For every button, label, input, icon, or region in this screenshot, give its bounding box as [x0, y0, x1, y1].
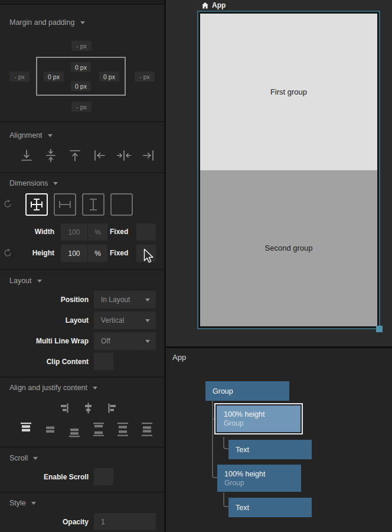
align-left-button[interactable]	[92, 148, 107, 163]
section-header-margin-padding[interactable]: Margin and padding	[9, 18, 85, 27]
dimension-mode-both-button[interactable]	[25, 193, 48, 216]
justify-space-between-button[interactable]	[93, 421, 104, 437]
chevron-down-icon	[48, 134, 53, 137]
canvas-first-group[interactable]: First group	[200, 14, 377, 170]
margin-left-button[interactable]: - px	[9, 72, 30, 82]
panel-top-divider	[0, 0, 164, 5]
align-center-horizontal-button[interactable]	[116, 148, 132, 163]
align-center-horizontal-icon	[116, 148, 132, 163]
width-input[interactable]: 100 %	[61, 223, 107, 241]
layers-panel-title: App	[172, 353, 186, 362]
align-middle-vertical-button[interactable]	[43, 148, 58, 163]
align-left-icon	[92, 148, 107, 163]
tree-node-title: 100% height	[224, 410, 300, 419]
padding-bottom-button[interactable]: 0 px	[71, 81, 91, 91]
tree-node-group[interactable]: Group	[205, 381, 289, 401]
opacity-label: Opacity	[0, 518, 89, 526]
tree-node-text[interactable]: Text	[228, 498, 312, 517]
chevron-down-icon	[80, 21, 85, 24]
tree-node-subtitle: Group	[224, 419, 300, 427]
justify-space-between-icon	[93, 421, 104, 437]
width-fixed-checkbox[interactable]	[136, 223, 156, 241]
align-content-right-button[interactable]	[58, 403, 70, 414]
tree-node-title: Text	[236, 446, 312, 454]
tree-node-subtitle: Group	[224, 479, 301, 487]
padding-right-button[interactable]: 0 px	[99, 72, 119, 82]
dimension-mode-width-button[interactable]	[54, 193, 76, 216]
tree-node-100-height-group[interactable]: 100% height Group	[217, 465, 301, 492]
canvas-second-group[interactable]: Second group	[200, 170, 377, 327]
opacity-value: 1	[101, 518, 105, 526]
align-content-left-button[interactable]	[107, 403, 118, 414]
resize-handle[interactable]	[376, 326, 383, 332]
wrap-value: Off	[101, 337, 110, 345]
tree-node-text[interactable]: Text	[228, 440, 312, 459]
width-value[interactable]: 100	[61, 223, 87, 241]
app-screen-frame[interactable]: First group Second group	[197, 11, 380, 329]
justify-center-button[interactable]	[44, 421, 56, 437]
dimension-mode-height-button[interactable]	[82, 193, 104, 216]
section-header-style[interactable]: Style	[9, 499, 36, 507]
justify-start-button[interactable]	[20, 421, 32, 437]
height-input[interactable]: 100 %	[61, 245, 107, 262]
opacity-input[interactable]: 1	[94, 513, 156, 530]
app-root: Margin and padding - px 0 px 0 px 0 px 0…	[0, 0, 392, 532]
first-group-label: First group	[270, 87, 307, 96]
height-unit[interactable]: %	[87, 245, 107, 262]
app-screen-content: First group Second group	[198, 12, 379, 328]
align-right-button[interactable]	[141, 148, 156, 163]
tree-connector	[223, 437, 228, 449]
tree-node-title: Group	[213, 387, 289, 395]
justify-end-button[interactable]	[68, 421, 80, 437]
enable-scroll-checkbox[interactable]	[94, 468, 113, 485]
align-right-icon	[141, 148, 156, 163]
section-divider	[0, 269, 164, 270]
section-header-layout[interactable]: Layout	[9, 277, 42, 285]
chevron-down-icon	[31, 502, 36, 505]
align-content-center-button[interactable]	[83, 403, 94, 414]
width-unit[interactable]: %	[87, 223, 107, 241]
align-content-right-icon	[58, 403, 70, 414]
margin-bottom-button[interactable]: - px	[71, 102, 92, 112]
section-title: Alignment	[9, 131, 43, 140]
justify-space-evenly-icon	[141, 421, 153, 437]
clip-content-label: Clip Content	[0, 358, 89, 366]
multi-line-wrap-dropdown[interactable]: Off	[94, 332, 156, 350]
padding-top-button[interactable]: 0 px	[71, 62, 91, 72]
section-header-scroll[interactable]: Scroll	[9, 454, 38, 462]
tree-node-100-height-group-selected[interactable]: 100% height Group	[214, 403, 303, 434]
canvas-area: App First group Second group	[166, 0, 392, 346]
section-title: Scroll	[9, 454, 28, 462]
tree-node-body: 100% height Group	[217, 406, 300, 432]
justify-space-around-button[interactable]	[117, 421, 129, 437]
screen-breadcrumb[interactable]: App	[201, 1, 226, 10]
margin-right-button[interactable]: - px	[135, 72, 155, 82]
justify-space-around-icon	[117, 421, 129, 437]
justify-space-evenly-button[interactable]	[141, 421, 153, 437]
section-divider	[0, 492, 164, 493]
dimension-mode-none-button[interactable]	[110, 193, 133, 216]
align-bottom-button[interactable]	[19, 148, 34, 163]
position-dropdown[interactable]: In Layout	[94, 291, 156, 309]
section-header-dimensions[interactable]: Dimensions	[9, 179, 58, 187]
reset-dimensions-button[interactable]	[3, 199, 12, 209]
second-group-label: Second group	[265, 244, 313, 252]
section-title: Align and justify content	[9, 384, 87, 392]
height-value[interactable]: 100	[61, 245, 87, 262]
section-header-align-justify[interactable]: Align and justify content	[9, 384, 97, 392]
justify-start-icon	[20, 421, 32, 437]
breadcrumb-label: App	[212, 1, 226, 9]
align-top-icon	[67, 148, 83, 163]
align-top-button[interactable]	[67, 148, 83, 163]
mouse-cursor-icon	[143, 248, 155, 265]
reset-icon	[3, 199, 12, 209]
layout-dropdown[interactable]: Vertical	[94, 312, 156, 329]
padding-left-button[interactable]: 0 px	[44, 72, 64, 82]
section-title: Margin and padding	[9, 18, 75, 27]
margin-top-button[interactable]: - px	[71, 41, 92, 51]
clip-content-checkbox[interactable]	[94, 353, 113, 370]
home-icon	[201, 2, 209, 9]
justify-end-icon	[68, 421, 80, 437]
chevron-down-icon	[37, 280, 42, 283]
section-header-alignment[interactable]: Alignment	[9, 131, 53, 140]
